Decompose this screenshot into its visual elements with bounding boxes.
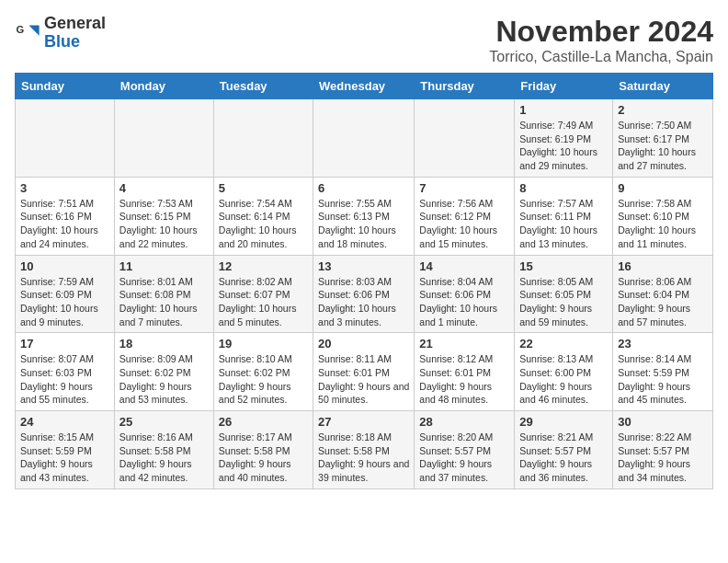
day-number: 22	[519, 337, 608, 350]
calendar-day-cell: 28Sunrise: 8:20 AM Sunset: 5:57 PM Dayli…	[415, 411, 515, 489]
calendar-day-cell: 23Sunrise: 8:14 AM Sunset: 5:59 PM Dayli…	[613, 333, 713, 411]
calendar-day-cell	[16, 99, 115, 178]
day-number: 2	[618, 103, 708, 117]
day-number: 29	[519, 415, 608, 429]
day-number: 19	[219, 337, 308, 350]
weekday-header: Monday	[114, 74, 213, 99]
calendar-day-cell: 24Sunrise: 8:15 AM Sunset: 5:59 PM Dayli…	[16, 411, 115, 489]
day-info: Sunrise: 8:07 AM Sunset: 6:03 PM Dayligh…	[20, 352, 109, 407]
calendar-table: SundayMondayTuesdayWednesdayThursdayFrid…	[15, 73, 713, 489]
day-number: 15	[519, 259, 608, 273]
day-info: Sunrise: 7:49 AM Sunset: 6:19 PM Dayligh…	[519, 119, 608, 173]
logo-general-text: General	[44, 15, 106, 33]
day-number: 27	[318, 415, 409, 429]
svg-marker-1	[28, 25, 39, 35]
calendar-day-cell: 15Sunrise: 8:05 AM Sunset: 6:05 PM Dayli…	[515, 255, 613, 333]
weekday-header: Saturday	[613, 74, 713, 99]
weekday-header: Thursday	[415, 74, 515, 99]
day-number: 11	[119, 259, 209, 273]
header-row: SundayMondayTuesdayWednesdayThursdayFrid…	[16, 74, 713, 99]
calendar-day-cell: 11Sunrise: 8:01 AM Sunset: 6:08 PM Dayli…	[114, 255, 213, 333]
day-info: Sunrise: 8:13 AM Sunset: 6:00 PM Dayligh…	[519, 352, 608, 407]
calendar-header: SundayMondayTuesdayWednesdayThursdayFrid…	[16, 74, 713, 99]
day-number: 13	[318, 259, 409, 273]
day-number: 30	[618, 415, 708, 429]
day-info: Sunrise: 8:10 AM Sunset: 6:02 PM Dayligh…	[219, 352, 308, 407]
calendar-day-cell	[114, 99, 213, 178]
day-number: 7	[419, 181, 509, 195]
calendar-day-cell: 2Sunrise: 7:50 AM Sunset: 6:17 PM Daylig…	[613, 99, 713, 178]
day-info: Sunrise: 8:21 AM Sunset: 5:57 PM Dayligh…	[519, 431, 608, 485]
calendar-week-row: 10Sunrise: 7:59 AM Sunset: 6:09 PM Dayli…	[16, 255, 713, 333]
calendar-day-cell: 5Sunrise: 7:54 AM Sunset: 6:14 PM Daylig…	[213, 177, 313, 255]
day-info: Sunrise: 7:55 AM Sunset: 6:13 PM Dayligh…	[318, 197, 409, 251]
day-info: Sunrise: 8:03 AM Sunset: 6:06 PM Dayligh…	[318, 275, 409, 329]
calendar-week-row: 3Sunrise: 7:51 AM Sunset: 6:16 PM Daylig…	[16, 177, 713, 255]
calendar-day-cell: 17Sunrise: 8:07 AM Sunset: 6:03 PM Dayli…	[16, 333, 115, 411]
day-info: Sunrise: 8:02 AM Sunset: 6:07 PM Dayligh…	[219, 275, 308, 329]
calendar-day-cell	[415, 99, 515, 178]
day-info: Sunrise: 8:17 AM Sunset: 5:58 PM Dayligh…	[219, 431, 308, 485]
day-info: Sunrise: 7:57 AM Sunset: 6:11 PM Dayligh…	[519, 197, 608, 251]
title-area: November 2024 Torrico, Castille-La Manch…	[489, 15, 713, 65]
day-number: 1	[519, 103, 608, 117]
calendar-week-row: 1Sunrise: 7:49 AM Sunset: 6:19 PM Daylig…	[16, 99, 713, 178]
calendar-day-cell: 30Sunrise: 8:22 AM Sunset: 5:57 PM Dayli…	[613, 411, 713, 489]
calendar-day-cell: 10Sunrise: 7:59 AM Sunset: 6:09 PM Dayli…	[16, 255, 115, 333]
day-number: 16	[618, 259, 708, 273]
location: Torrico, Castille-La Mancha, Spain	[489, 49, 713, 65]
day-number: 17	[20, 337, 109, 350]
calendar-day-cell: 26Sunrise: 8:17 AM Sunset: 5:58 PM Dayli…	[213, 411, 313, 489]
calendar-day-cell: 13Sunrise: 8:03 AM Sunset: 6:06 PM Dayli…	[313, 255, 415, 333]
day-number: 14	[419, 259, 509, 273]
day-number: 4	[119, 181, 209, 195]
logo: G General Blue	[15, 15, 106, 52]
calendar-body: 1Sunrise: 7:49 AM Sunset: 6:19 PM Daylig…	[16, 99, 713, 489]
day-number: 28	[419, 415, 509, 429]
calendar-day-cell: 8Sunrise: 7:57 AM Sunset: 6:11 PM Daylig…	[515, 177, 613, 255]
calendar-day-cell: 29Sunrise: 8:21 AM Sunset: 5:57 PM Dayli…	[515, 411, 613, 489]
day-info: Sunrise: 8:05 AM Sunset: 6:05 PM Dayligh…	[519, 275, 608, 329]
day-info: Sunrise: 8:16 AM Sunset: 5:58 PM Dayligh…	[119, 431, 209, 485]
day-info: Sunrise: 7:53 AM Sunset: 6:15 PM Dayligh…	[119, 197, 209, 251]
day-info: Sunrise: 7:56 AM Sunset: 6:12 PM Dayligh…	[419, 197, 509, 251]
calendar-day-cell: 27Sunrise: 8:18 AM Sunset: 5:58 PM Dayli…	[313, 411, 415, 489]
calendar-day-cell: 9Sunrise: 7:58 AM Sunset: 6:10 PM Daylig…	[613, 177, 713, 255]
day-number: 24	[20, 415, 109, 429]
calendar-day-cell: 18Sunrise: 8:09 AM Sunset: 6:02 PM Dayli…	[114, 333, 213, 411]
day-info: Sunrise: 8:04 AM Sunset: 6:06 PM Dayligh…	[419, 275, 509, 329]
day-info: Sunrise: 8:01 AM Sunset: 6:08 PM Dayligh…	[119, 275, 209, 329]
calendar-day-cell: 22Sunrise: 8:13 AM Sunset: 6:00 PM Dayli…	[515, 333, 613, 411]
day-info: Sunrise: 7:50 AM Sunset: 6:17 PM Dayligh…	[618, 119, 708, 173]
day-info: Sunrise: 7:58 AM Sunset: 6:10 PM Dayligh…	[618, 197, 708, 251]
logo-blue-text: Blue	[44, 33, 106, 52]
calendar-day-cell: 21Sunrise: 8:12 AM Sunset: 6:01 PM Dayli…	[415, 333, 515, 411]
calendar-day-cell: 3Sunrise: 7:51 AM Sunset: 6:16 PM Daylig…	[16, 177, 115, 255]
calendar-week-row: 24Sunrise: 8:15 AM Sunset: 5:59 PM Dayli…	[16, 411, 713, 489]
calendar-day-cell	[213, 99, 313, 178]
svg-text:G: G	[16, 24, 24, 35]
day-number: 6	[318, 181, 409, 195]
day-info: Sunrise: 8:22 AM Sunset: 5:57 PM Dayligh…	[618, 431, 708, 485]
day-number: 10	[20, 259, 109, 273]
day-number: 18	[119, 337, 209, 350]
day-number: 3	[20, 181, 109, 195]
day-number: 12	[219, 259, 308, 273]
day-info: Sunrise: 8:20 AM Sunset: 5:57 PM Dayligh…	[419, 431, 509, 485]
month-title: November 2024	[489, 15, 713, 49]
day-number: 26	[219, 415, 308, 429]
weekday-header: Wednesday	[313, 74, 415, 99]
weekday-header: Sunday	[16, 74, 115, 99]
calendar-day-cell: 14Sunrise: 8:04 AM Sunset: 6:06 PM Dayli…	[415, 255, 515, 333]
logo-icon: G	[15, 20, 40, 46]
calendar-day-cell: 25Sunrise: 8:16 AM Sunset: 5:58 PM Dayli…	[114, 411, 213, 489]
day-info: Sunrise: 8:12 AM Sunset: 6:01 PM Dayligh…	[419, 352, 509, 407]
calendar-day-cell: 16Sunrise: 8:06 AM Sunset: 6:04 PM Dayli…	[613, 255, 713, 333]
day-number: 5	[219, 181, 308, 195]
calendar-day-cell: 20Sunrise: 8:11 AM Sunset: 6:01 PM Dayli…	[313, 333, 415, 411]
day-number: 23	[618, 337, 708, 350]
day-info: Sunrise: 8:06 AM Sunset: 6:04 PM Dayligh…	[618, 275, 708, 329]
day-info: Sunrise: 7:59 AM Sunset: 6:09 PM Dayligh…	[20, 275, 109, 329]
calendar-day-cell: 6Sunrise: 7:55 AM Sunset: 6:13 PM Daylig…	[313, 177, 415, 255]
day-info: Sunrise: 7:51 AM Sunset: 6:16 PM Dayligh…	[20, 197, 109, 251]
